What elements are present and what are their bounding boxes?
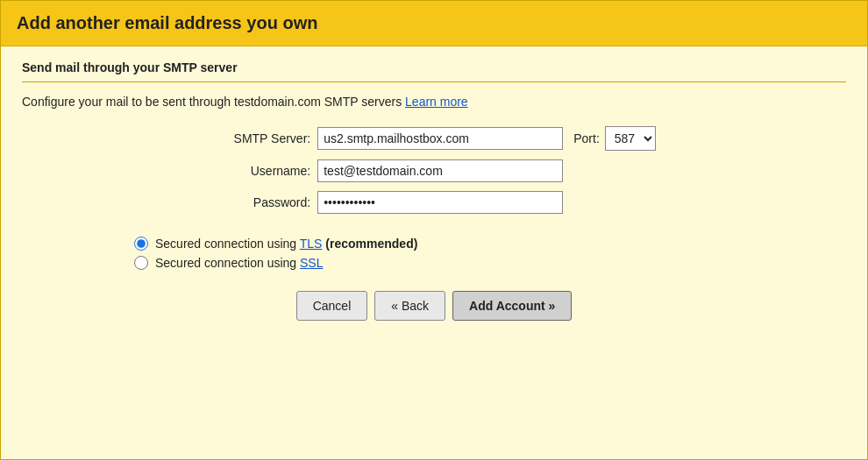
username-row: Username: [212, 159, 656, 182]
description-text: Configure your mail to be sent through t… [22, 95, 405, 109]
dialog-container: Add another email address you own Send m… [0, 0, 868, 460]
tls-radio-row: Secured connection using TLS (recommende… [134, 237, 846, 251]
dialog-title: Add another email address you own [17, 13, 851, 33]
section-title: Send mail through your SMTP server [22, 60, 846, 82]
tls-label[interactable]: Secured connection using TLS (recommende… [155, 237, 417, 251]
tls-radio[interactable] [134, 237, 148, 251]
form-table: SMTP Server: Port: 587 465 25 Username: [212, 126, 656, 223]
tls-recommended: (recommended) [322, 237, 417, 251]
username-label: Username: [212, 164, 317, 178]
password-input[interactable] [317, 191, 563, 214]
button-row: Cancel « Back Add Account » [22, 291, 846, 321]
tls-link[interactable]: TLS [300, 237, 323, 251]
ssl-link[interactable]: SSL [300, 256, 323, 270]
dialog-header: Add another email address you own [1, 1, 867, 46]
back-button[interactable]: « Back [374, 291, 445, 321]
ssl-label[interactable]: Secured connection using SSL [155, 256, 323, 270]
port-group: Port: 587 465 25 [573, 126, 656, 151]
radio-group: Secured connection using TLS (recommende… [134, 237, 846, 270]
dialog-body: Send mail through your SMTP server Confi… [1, 46, 867, 338]
smtp-row: SMTP Server: Port: 587 465 25 [212, 126, 656, 151]
add-account-button[interactable]: Add Account » [452, 291, 572, 321]
description: Configure your mail to be sent through t… [22, 95, 846, 109]
port-select[interactable]: 587 465 25 [605, 126, 656, 151]
smtp-label: SMTP Server: [212, 131, 317, 145]
ssl-radio-row: Secured connection using SSL [134, 256, 846, 270]
password-label: Password: [212, 195, 317, 209]
smtp-input[interactable] [317, 127, 563, 150]
cancel-button[interactable]: Cancel [296, 291, 368, 321]
username-input[interactable] [317, 159, 563, 182]
password-row: Password: [212, 191, 656, 214]
learn-more-link[interactable]: Learn more [405, 95, 468, 109]
port-label: Port: [573, 131, 600, 145]
ssl-radio[interactable] [134, 256, 148, 270]
